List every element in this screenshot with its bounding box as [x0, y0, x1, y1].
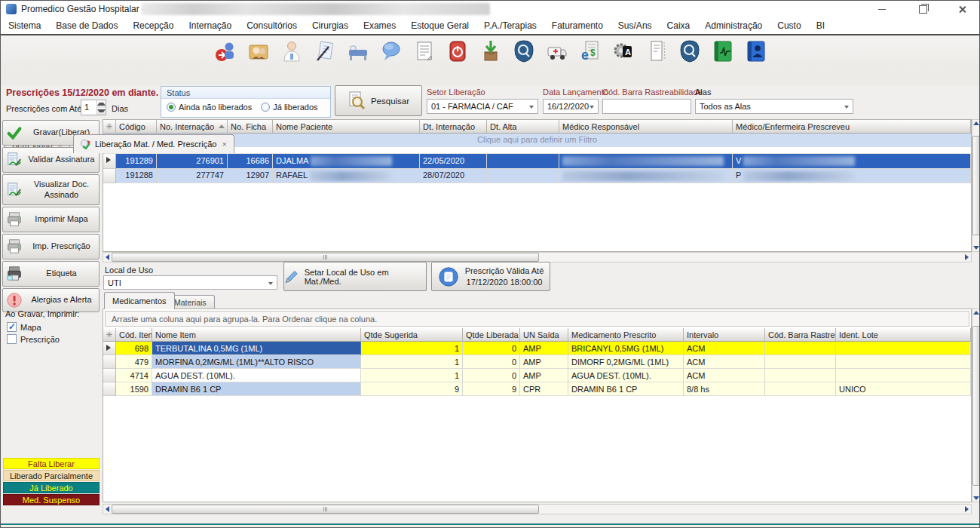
patient-records-icon[interactable]: [247, 39, 270, 63]
report-sheet-icon[interactable]: [413, 39, 436, 63]
radio-ainda-nao-liberados[interactable]: [167, 103, 176, 112]
cell-qtde-liberada[interactable]: 9: [463, 382, 520, 396]
col-header-codigo[interactable]: Código: [116, 120, 157, 134]
group-by-hint-bar[interactable]: Arraste uma coluna aqui para agrupa-la. …: [105, 311, 969, 327]
menu-caixa[interactable]: Caixa: [660, 18, 698, 33]
cell-qtde-sugerida[interactable]: 1: [361, 369, 463, 382]
row-selector[interactable]: [103, 342, 116, 355]
promedico-shield-alt-icon[interactable]: [678, 39, 701, 63]
scroll-thumb[interactable]: [112, 253, 539, 262]
cell-medico-prescreveu[interactable]: P: [733, 169, 971, 184]
cell-medicamento-prescrito[interactable]: DIMORF 0,2MG/ML (1ML): [568, 355, 684, 369]
cell-cod-item[interactable]: 4714: [116, 369, 152, 382]
menu-custo[interactable]: Custo: [770, 18, 808, 33]
cell-un-saida[interactable]: CPR: [520, 382, 568, 396]
col-header-cod-item[interactable]: Cód. Item: [116, 328, 152, 342]
etiqueta-button[interactable]: Etiqueta: [2, 261, 100, 287]
col-header-ficha[interactable]: No. Ficha: [228, 120, 273, 134]
radio-ja-liberados[interactable]: [261, 103, 270, 112]
cell-nome-item[interactable]: TERBUTALINA 0,5MG (1ML): [152, 342, 361, 355]
chat-bubble-icon[interactable]: [380, 39, 403, 63]
col-header-qtde-sugerida[interactable]: Qtde Sugerida: [361, 328, 463, 342]
menu-pa-terapias[interactable]: P.A./Terapias: [476, 18, 544, 33]
restore-button[interactable]: [905, 1, 940, 17]
row-selector[interactable]: [103, 382, 116, 396]
cell-intervalo[interactable]: 8/8 hs: [684, 382, 765, 396]
cell-ficha[interactable]: 16686: [228, 154, 273, 169]
cell-cod-item[interactable]: 698: [116, 342, 152, 355]
doctor-icon[interactable]: [280, 39, 303, 63]
minimize-button[interactable]: [865, 1, 899, 17]
cell-cod-barra[interactable]: [765, 369, 836, 382]
cod-barra-input[interactable]: [602, 99, 691, 114]
grid-corner-icon[interactable]: [103, 328, 116, 342]
cell-codigo[interactable]: 191288: [116, 169, 157, 184]
cell-ident-lote[interactable]: UNICO: [836, 382, 971, 396]
cell-nome-item[interactable]: AGUA DEST. (10ML).: [152, 369, 361, 382]
cell-internacao[interactable]: 276901: [157, 154, 228, 169]
stock-entry-icon[interactable]: [479, 39, 502, 63]
scroll-thumb[interactable]: [972, 326, 980, 486]
row-selector[interactable]: [103, 369, 116, 382]
cell-ident-lote[interactable]: [836, 369, 971, 382]
imprimir-mapa-button[interactable]: Imprimir Mapa: [2, 207, 100, 232]
bottom-grid-hscrollbar[interactable]: [103, 504, 972, 514]
alas-select[interactable]: Todos as Alas: [695, 99, 853, 114]
cell-intervalo[interactable]: ACM: [684, 355, 765, 369]
cell-qtde-liberada[interactable]: 0: [463, 342, 520, 355]
cell-dt-internacao[interactable]: 28/07/2020: [420, 169, 487, 184]
cell-qtde-liberada[interactable]: 0: [463, 355, 520, 369]
menu-bi[interactable]: BI: [809, 18, 832, 33]
cell-dt-internacao[interactable]: 22/05/2020: [420, 154, 487, 169]
cell-cod-barra[interactable]: [765, 382, 836, 396]
scroll-thumb[interactable]: [972, 136, 980, 235]
cell-nome-item[interactable]: DRAMIN B6 1 CP: [152, 382, 361, 396]
prescricao-checkbox-row[interactable]: Prescrição: [7, 334, 60, 344]
patient-row[interactable]: 191288 277747 12907 RAFAEL 28/07/2020 P: [103, 169, 971, 184]
menu-base-de-dados[interactable]: Base de Dados: [48, 18, 125, 33]
menu-faturamento[interactable]: Faturamento: [544, 18, 611, 33]
item-row-selected[interactable]: 698 TERBUTALINA 0,5MG (1ML) 1 0 AMP BRIC…: [103, 342, 971, 355]
setor-liberacao-select[interactable]: 01 - FARMACIA / CAF: [427, 99, 538, 114]
menu-recepcao[interactable]: Recepção: [125, 18, 181, 33]
menu-internacao[interactable]: Internação: [181, 18, 239, 33]
spinner-arrows[interactable]: [96, 100, 106, 115]
cell-medico-prescreveu[interactable]: V: [733, 154, 971, 169]
col-header-medicamento-prescrito[interactable]: Medicamento Prescrito: [568, 328, 684, 342]
search-button[interactable]: Pesquisar: [335, 85, 422, 116]
cell-intervalo[interactable]: ACM: [684, 342, 765, 355]
col-header-cod-barra[interactable]: Cód. Barra Rastrea: [765, 328, 836, 342]
prescricao-valida-button[interactable]: Prescrição Válida Até 17/12/2020 18:00:0…: [431, 262, 550, 291]
cell-un-saida[interactable]: AMP: [520, 355, 568, 369]
menu-consultorios[interactable]: Consultórios: [239, 18, 305, 33]
cell-intervalo[interactable]: ACM: [684, 369, 765, 382]
setar-local-uso-button[interactable]: Setar Local de Uso em Mat./Med.: [283, 262, 427, 291]
cell-codigo[interactable]: 191289: [116, 154, 157, 169]
power-icon[interactable]: [446, 39, 469, 63]
cell-medico-responsavel[interactable]: [559, 154, 733, 169]
cell-internacao[interactable]: 277747: [157, 169, 228, 184]
cell-dt-alta[interactable]: [487, 169, 559, 184]
data-lancamento-select[interactable]: 16/12/2020: [543, 99, 599, 114]
electronic-billing-icon[interactable]: $e: [579, 39, 602, 63]
cell-medicamento-prescrito[interactable]: AGUA DEST. (10ML).: [568, 369, 684, 382]
row-selector[interactable]: [103, 169, 116, 184]
cell-medicamento-prescrito[interactable]: DRAMIN B6 1 CP: [568, 382, 684, 396]
menu-sistema[interactable]: Sistema: [1, 18, 48, 33]
col-header-medico-prescreveu[interactable]: Médico/Enfermeira Prescreveu: [733, 120, 971, 134]
menu-exames[interactable]: Exames: [356, 18, 403, 33]
patient-row-selected[interactable]: 191289 276901 16686 DJALMA 22/05/2020 V: [103, 154, 971, 169]
days-spinner[interactable]: 1: [81, 100, 106, 115]
col-header-dt-alta[interactable]: Dt. Alta: [487, 120, 559, 134]
cell-ficha[interactable]: 12907: [228, 169, 273, 184]
tab-medicamentos[interactable]: Medicamentos: [104, 292, 175, 309]
menu-administracao[interactable]: Administração: [697, 18, 770, 33]
cell-un-saida[interactable]: AMP: [520, 369, 568, 382]
cell-cod-barra[interactable]: [765, 355, 836, 369]
prescricao-checkbox[interactable]: [7, 334, 17, 344]
patient-book-icon[interactable]: [745, 39, 767, 63]
cell-nome-item[interactable]: MORFINA 0,2MG/ML (1ML)**ALTO RISCO: [152, 355, 361, 369]
cell-cod-item[interactable]: 479: [116, 355, 152, 369]
col-header-ident-lote[interactable]: Ident. Lote: [836, 328, 971, 342]
cell-qtde-sugerida[interactable]: 1: [361, 342, 463, 355]
